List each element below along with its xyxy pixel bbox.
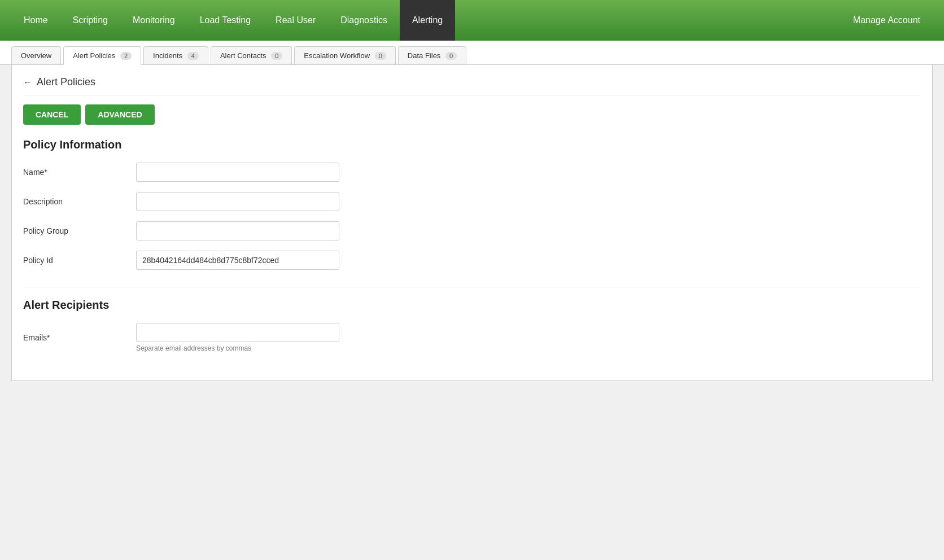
- tab-data-files[interactable]: Data Files 0: [398, 46, 466, 64]
- section-divider: [23, 287, 921, 287]
- nav-manage-account[interactable]: Manage Account: [841, 0, 933, 41]
- nav-real-user[interactable]: Real User: [263, 0, 328, 41]
- tab-alert-policies[interactable]: Alert Policies 2: [63, 46, 141, 65]
- emails-row: Emails* Separate email addresses by comm…: [23, 323, 921, 352]
- policy-information-section: Policy Information Name* Description Pol…: [23, 138, 921, 270]
- description-label: Description: [23, 197, 136, 206]
- policy-id-row: Policy Id: [23, 251, 921, 270]
- policy-group-row: Policy Group: [23, 221, 921, 240]
- nav-load-testing[interactable]: Load Testing: [187, 0, 263, 41]
- advanced-button[interactable]: ADVANCED: [85, 104, 154, 125]
- policy-group-input[interactable]: [136, 221, 339, 240]
- tab-overview[interactable]: Overview: [11, 46, 61, 64]
- data-files-badge: 0: [445, 52, 457, 60]
- top-navigation: Home Scripting Monitoring Load Testing R…: [0, 0, 944, 41]
- name-input[interactable]: [136, 163, 339, 182]
- nav-alerting[interactable]: Alerting: [400, 0, 455, 41]
- emails-wrapper: Separate email addresses by commas: [136, 323, 339, 352]
- back-arrow-icon: ←: [23, 77, 32, 88]
- name-label: Name*: [23, 168, 136, 177]
- incidents-badge: 4: [187, 52, 199, 60]
- alert-recipients-title: Alert Recipients: [23, 299, 921, 312]
- description-row: Description: [23, 192, 921, 211]
- tab-escalation-workflow[interactable]: Escalation Workflow 0: [294, 46, 396, 64]
- emails-hint: Separate email addresses by commas: [136, 344, 339, 352]
- tab-alert-contacts[interactable]: Alert Contacts 0: [211, 46, 292, 64]
- alert-contacts-badge: 0: [271, 52, 282, 60]
- emails-input[interactable]: [136, 323, 339, 342]
- tab-incidents[interactable]: Incidents 4: [143, 46, 208, 64]
- escalation-workflow-badge: 0: [375, 52, 386, 60]
- policy-group-label: Policy Group: [23, 226, 136, 235]
- nav-home[interactable]: Home: [11, 0, 60, 41]
- policy-id-input[interactable]: [136, 251, 339, 270]
- action-buttons: CANCEL ADVANCED: [23, 104, 921, 125]
- tabs-bar: Overview Alert Policies 2 Incidents 4 Al…: [0, 41, 944, 65]
- nav-monitoring[interactable]: Monitoring: [120, 0, 187, 41]
- alert-recipients-section: Alert Recipients Emails* Separate email …: [23, 299, 921, 352]
- page-title: Alert Policies: [37, 76, 95, 88]
- emails-label: Emails*: [23, 333, 136, 342]
- cancel-button[interactable]: CANCEL: [23, 104, 81, 125]
- breadcrumb: ← Alert Policies: [23, 76, 921, 95]
- nav-diagnostics[interactable]: Diagnostics: [328, 0, 400, 41]
- main-content: ← Alert Policies CANCEL ADVANCED Policy …: [11, 65, 933, 381]
- description-input[interactable]: [136, 192, 339, 211]
- policy-id-label: Policy Id: [23, 256, 136, 265]
- alert-policies-badge: 2: [120, 52, 132, 60]
- policy-information-title: Policy Information: [23, 138, 921, 151]
- nav-scripting[interactable]: Scripting: [60, 0, 120, 41]
- name-row: Name*: [23, 163, 921, 182]
